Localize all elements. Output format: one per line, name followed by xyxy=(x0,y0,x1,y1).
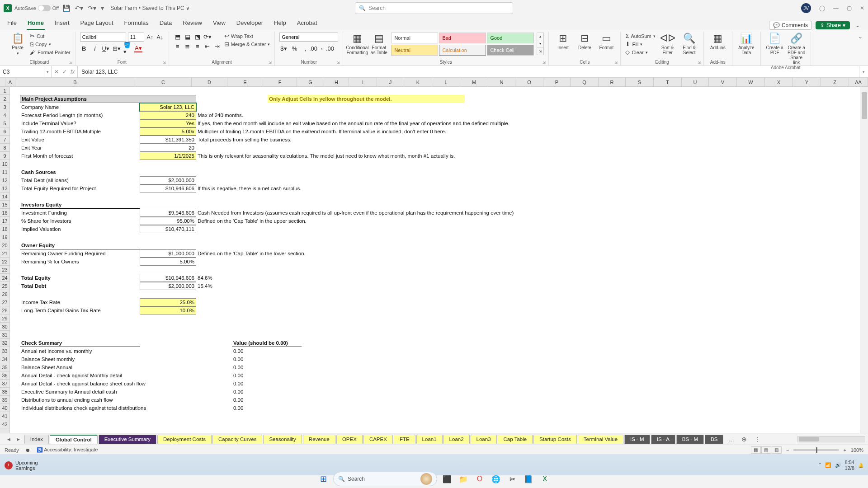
copy-button[interactable]: ⎘Copy▾ xyxy=(30,41,71,47)
sheet-tab-is-m[interactable]: IS - M xyxy=(624,435,650,444)
save-icon[interactable]: 💾 xyxy=(62,5,70,12)
row-header[interactable]: 15 xyxy=(0,201,9,209)
analyze-data-button[interactable]: 📊Analyze Data xyxy=(737,33,756,55)
font-size-select[interactable] xyxy=(128,33,144,42)
taskbar-app-notes[interactable]: 📘 xyxy=(522,473,535,485)
zoom-in-icon[interactable]: + xyxy=(843,447,846,453)
column-header[interactable]: A xyxy=(5,78,15,86)
name-box[interactable]: C3 xyxy=(0,66,44,77)
column-header[interactable]: W xyxy=(737,78,765,86)
value-owner-pct[interactable]: 5.00% xyxy=(140,258,196,266)
input-income-tax[interactable]: 25.0% xyxy=(140,298,196,306)
insert-cells-button[interactable]: ⊞Insert xyxy=(553,33,572,50)
accessibility-status[interactable]: ♿ Accessibility: Investigate xyxy=(37,447,98,453)
row-header[interactable]: 21 xyxy=(0,249,9,258)
sheet-tab-loan2[interactable]: Loan2 xyxy=(443,435,470,444)
row-header[interactable]: 36 xyxy=(0,371,9,380)
row-header[interactable]: 2 xyxy=(0,95,9,103)
cut-button[interactable]: ✂Cut xyxy=(30,33,71,39)
sheet-tab-capacity-curves[interactable]: Capacity Curves xyxy=(212,435,262,444)
value-exit-year[interactable]: 20 xyxy=(140,144,196,152)
fill-button[interactable]: ⬇Fill▾ xyxy=(625,41,655,47)
chevron-up-icon[interactable]: ▴ xyxy=(537,33,543,40)
value-total-debt2[interactable]: $2,000,000 xyxy=(140,282,196,290)
row-header[interactable]: 35 xyxy=(0,363,9,371)
column-header[interactable]: S xyxy=(626,78,654,86)
decrease-indent-icon[interactable]: ⇤ xyxy=(203,42,212,50)
row-header[interactable]: 3 xyxy=(0,103,9,111)
cell-grid[interactable]: Main Project AssumptionsOnly Adjust Cell… xyxy=(10,87,868,433)
increase-font-icon[interactable]: A↑ xyxy=(146,33,154,41)
ribbon-tab-view[interactable]: View xyxy=(212,18,226,30)
row-header[interactable]: 28 xyxy=(0,306,9,314)
ribbon-tab-developer[interactable]: Developer xyxy=(236,18,264,30)
column-header[interactable]: T xyxy=(654,78,682,86)
align-left-icon[interactable]: ≡ xyxy=(174,42,182,50)
row-header[interactable]: 5 xyxy=(0,119,9,127)
delete-cells-button[interactable]: ⊟Delete xyxy=(575,33,594,50)
column-header[interactable]: G xyxy=(297,78,324,86)
sheet-tab-startup-costs[interactable]: Startup Costs xyxy=(533,435,577,444)
ribbon-tab-home[interactable]: Home xyxy=(27,18,45,30)
italic-icon[interactable]: I xyxy=(91,44,99,52)
tray-volume-icon[interactable]: 🔊 xyxy=(835,462,841,468)
sheet-tab-bs[interactable]: BS xyxy=(705,435,723,444)
row-header[interactable]: 29 xyxy=(0,314,9,323)
sheet-tab-terminal-value[interactable]: Terminal Value xyxy=(578,435,623,444)
row-header[interactable]: 39 xyxy=(0,396,9,404)
ribbon-tab-review[interactable]: Review xyxy=(182,18,203,30)
increase-indent-icon[interactable]: ⇥ xyxy=(213,42,222,50)
sheet-tab-executive-summary[interactable]: Executive Summary xyxy=(99,435,156,444)
input-include-terminal[interactable]: Yes xyxy=(140,119,196,127)
row-header[interactable]: 37 xyxy=(0,380,9,388)
column-header[interactable]: E xyxy=(227,78,263,86)
row-header[interactable]: 42 xyxy=(0,420,9,428)
coming-soon-icon[interactable]: ◯ xyxy=(819,5,825,11)
wrap-text-button[interactable]: ↩Wrap Text xyxy=(224,33,270,39)
input-company-name[interactable]: Solar 123, LLC xyxy=(140,103,196,111)
column-header[interactable]: K xyxy=(404,78,432,86)
collapse-ribbon-icon[interactable]: ⌄ xyxy=(854,22,862,28)
column-header[interactable]: N xyxy=(488,78,515,86)
row-header[interactable]: 27 xyxy=(0,298,9,306)
sheet-tab-global-control[interactable]: Global Control xyxy=(50,435,98,444)
row-header[interactable]: 22 xyxy=(0,258,9,266)
sheet-menu-icon[interactable]: ⋮ xyxy=(750,436,764,443)
column-header[interactable]: J xyxy=(377,78,404,86)
ribbon-tab-data[interactable]: Data xyxy=(159,18,173,30)
borders-icon[interactable]: ⊞▾ xyxy=(113,44,121,52)
autosum-button[interactable]: ΣAutoSum▾ xyxy=(625,33,655,39)
comments-button[interactable]: 💬 Comments xyxy=(769,21,812,30)
column-header[interactable]: D xyxy=(192,78,227,86)
row-header[interactable]: 16 xyxy=(0,209,9,217)
row-header[interactable]: 26 xyxy=(0,290,9,298)
format-cells-button[interactable]: ▭Format xyxy=(597,33,616,50)
taskbar-search[interactable]: 🔍 Search xyxy=(333,472,437,486)
value-total-equity-req[interactable]: $10,946,606 xyxy=(140,184,196,192)
row-header[interactable]: 1 xyxy=(0,87,9,95)
align-middle-icon[interactable]: ⬓ xyxy=(184,33,192,41)
percent-icon[interactable]: % xyxy=(290,44,298,52)
column-header[interactable]: V xyxy=(709,78,737,86)
input-ebitda-multiple[interactable]: 5.00x xyxy=(140,127,196,136)
page-layout-view-icon[interactable]: ▤ xyxy=(761,446,771,454)
collapse-ribbon-caret-icon[interactable]: ⌄ xyxy=(858,33,863,40)
new-sheet-icon[interactable]: ⊕ xyxy=(738,436,750,443)
share-button[interactable]: ⇪ Share ▾ xyxy=(816,21,850,29)
cell-style-normal[interactable]: Normal xyxy=(391,33,438,43)
cancel-formula-icon[interactable]: ✕ xyxy=(54,69,59,75)
row-header[interactable]: 34 xyxy=(0,355,9,363)
autosave-toggle[interactable]: AutoSave Off xyxy=(14,5,59,11)
align-top-icon[interactable]: ⬒ xyxy=(174,33,182,41)
align-center-icon[interactable]: ≣ xyxy=(184,42,192,50)
ribbon-tab-insert[interactable]: Insert xyxy=(54,18,71,30)
excel-app-icon[interactable]: X xyxy=(4,4,12,12)
sheet-tab-loan3[interactable]: Loan3 xyxy=(471,435,497,444)
more-icon[interactable]: ⇲ xyxy=(537,47,543,55)
value-total-debt[interactable]: $2,000,000 xyxy=(140,176,196,184)
sheet-tab-seasonality[interactable]: Seasonality xyxy=(263,435,302,444)
toggle-switch-icon[interactable] xyxy=(38,5,51,11)
horizontal-scrollbar[interactable] xyxy=(797,436,865,442)
column-header[interactable]: H xyxy=(324,78,349,86)
next-sheet-icon[interactable]: ► xyxy=(16,436,21,442)
